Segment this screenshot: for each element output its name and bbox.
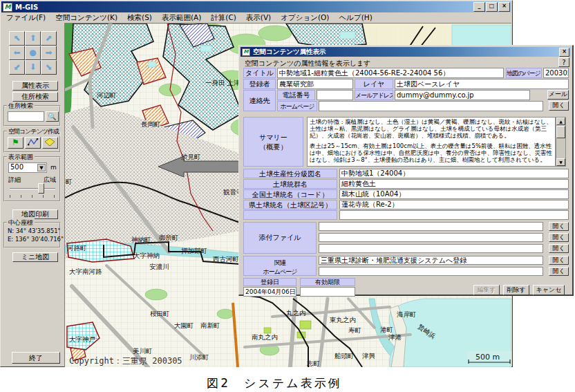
center-coord-e: E: 136° 30'40.716" [8, 235, 64, 244]
range-detail-label: 詳細 [8, 176, 21, 185]
map-label: 東丸之内 [330, 316, 356, 324]
dialog-close-button[interactable]: × [559, 48, 569, 57]
map-print-button[interactable]: 地図印刷 [12, 209, 58, 219]
create-content-group: 空間コンテンツ作成 ⚑ [3, 131, 61, 153]
expiry-label: 有効期限 [300, 278, 355, 286]
attachment-label: 添付ファイル [243, 222, 317, 254]
maximize-button[interactable]: □ [486, 2, 498, 12]
summary-paragraph-2: 表土は25～15cm、有効土層は100cm以上、表土の礫含量は5%前後、耕耘は困… [310, 142, 553, 163]
search-magnifier-icon[interactable]: 🔍 [46, 111, 59, 122]
menu-view[interactable]: 表示(V) [241, 13, 276, 23]
map-copyright: Copyright：三重県 200305 [69, 356, 182, 366]
scroll-down-icon[interactable]: ▼ [556, 158, 565, 166]
create-point-flag-icon[interactable]: ⚑ [8, 137, 23, 149]
menu-spatial-content[interactable]: 空間コンテンツ(K) [50, 13, 122, 23]
summary-text[interactable]: 土壌の特徴：腐植層はなし、土色（湿土）は黄褐／黄褐、礫層はなし、斑紋・結核はなし… [307, 117, 556, 167]
map-label: 大園町 [174, 321, 194, 329]
related-open-button[interactable]: 開く [549, 256, 569, 265]
map-label: 港町 [380, 326, 393, 333]
app-title: M-GIS [15, 3, 38, 11]
map-label: 大字南河路 [69, 268, 102, 275]
scrollbar-thumb[interactable] [556, 126, 565, 138]
scroll-up-icon[interactable]: ▲ [556, 118, 565, 125]
pan-southwest-icon[interactable]: ⬋ [9, 60, 25, 75]
map-label: 丸之内 [286, 309, 306, 317]
attribute-display-button[interactable]: 属性表示 [12, 81, 58, 91]
map-label: 河辺町 [96, 91, 117, 99]
minimap-button[interactable]: ミニ地図 [12, 252, 58, 262]
menu-display-range[interactable]: 表示範囲(A) [157, 13, 206, 23]
soil-row-field: 中勢地域1（24004） [339, 169, 569, 178]
soil-row-label: 県土壌統名（土壌区記号） [243, 200, 337, 209]
menu-bar: ファイル(F) 空間コンテンツ(K) 検索(S) 表示範囲(A) 計算(C) 表… [1, 12, 511, 24]
related-homepage-field: 三重県土壌診断・堆肥流通支援システムへ登録 [319, 256, 543, 265]
pan-northeast-icon[interactable]: ⬈ [41, 31, 57, 46]
soil-row-field: 蓮花寺統（Re-2） [339, 200, 569, 209]
menu-search[interactable]: 検索(S) [122, 13, 157, 23]
map-label: 寿町 [348, 326, 361, 334]
dialog-help-button[interactable]: ? [558, 57, 569, 67]
map-label: 安濃川 [149, 263, 169, 270]
display-range-group-title: 表示範囲 [7, 153, 35, 162]
soil-row-field: 細粒黄色土 [339, 179, 569, 189]
related-open-button[interactable]: 開く [549, 267, 569, 276]
address-search-group-title: 住所検索 [7, 102, 35, 111]
attachment-open-button[interactable]: 開く [549, 233, 569, 242]
edit-button: 編集する [473, 285, 500, 295]
dialog-subtitle: 空間コンテンツの属性情報を表示します [245, 59, 370, 68]
attachment-open-button[interactable]: 開く [549, 244, 569, 253]
pan-west-icon[interactable]: ⬅ [9, 46, 25, 60]
map-label: 海岸町 [397, 310, 417, 318]
soil-row-label [243, 210, 337, 220]
menu-help[interactable]: ヘルプ(H) [334, 13, 377, 23]
create-line-icon[interactable] [25, 137, 41, 149]
pan-north-icon[interactable]: ⬆ [25, 31, 41, 46]
address-search-button[interactable]: 住所検索 [12, 92, 58, 102]
map-label: 渋見町 [181, 153, 201, 160]
minimize-button[interactable]: _ [473, 2, 485, 12]
soil-row-label: 全国土壌統名（コード） [243, 189, 337, 199]
dialog-titlebar[interactable]: M 空間コンテンツ属性表示 × [241, 47, 571, 57]
address-search-input[interactable] [8, 111, 44, 122]
map-label: 大字神納 [133, 252, 160, 259]
menu-calc[interactable]: 計算(C) [206, 13, 241, 23]
attachment-open-button[interactable]: 開く [549, 222, 569, 231]
zoom-slider-ticks [10, 195, 55, 198]
cancel-button[interactable]: キャンセル [533, 285, 565, 295]
map-label: 美川町 [133, 347, 153, 355]
exit-button[interactable]: 終了 [12, 352, 60, 364]
pan-south-icon[interactable]: ⬇ [25, 60, 41, 75]
mail-address-field: dummy@dummy.co.jp [395, 90, 530, 100]
map-version-label: 地図のバージョン [506, 68, 542, 78]
close-button[interactable]: × [498, 2, 510, 12]
range-value: 500 [10, 163, 23, 171]
main-titlebar[interactable]: M M-GIS _ □ × [1, 1, 511, 12]
attribute-dialog: M 空間コンテンツ属性表示 × 空間コンテンツの属性情報を表示します ? タイト… [238, 45, 574, 296]
range-select[interactable]: 500 ▼ [8, 162, 47, 173]
layer-label: レイヤ [355, 79, 393, 89]
related-homepage-label: 関連 ホームページ [243, 256, 317, 276]
polygon-glyph [44, 138, 56, 147]
pan-southeast-icon[interactable]: ⬊ [41, 60, 57, 75]
mail-button[interactable]: メール [547, 90, 569, 100]
chevron-down-icon[interactable]: ▼ [37, 164, 46, 171]
map-version-field: 200305 [543, 68, 569, 78]
registration-date-field: 2004年04月06日 [243, 287, 296, 297]
map-pan-pad: ⬉ ⬆ ⬈ ⬅ ● ➡ ⬋ ⬇ ⬊ [9, 31, 57, 75]
homepage-open-button[interactable]: 開く [549, 101, 569, 111]
summary-label-line1: サマリー [244, 133, 303, 142]
homepage-label: ホームページ [277, 101, 317, 111]
pan-northwest-icon[interactable]: ⬉ [9, 31, 25, 46]
registrant-field: 農業研究部 [277, 79, 353, 89]
menu-file[interactable]: ファイル(F) [1, 13, 50, 23]
map-label: 船頭町 [334, 352, 355, 360]
menu-options[interactable]: オプション(O) [276, 13, 334, 23]
pan-center-icon[interactable]: ● [25, 46, 41, 60]
summary-paragraph-1: 土壌の特徴：腐植層はなし、土色（湿土）は黄褐／黄褐、礫層はなし、斑紋・結核はなし… [310, 118, 553, 139]
summary-scrollbar[interactable]: ▲ ▼ [556, 117, 566, 167]
create-polygon-icon[interactable] [42, 137, 58, 149]
map-label: 桜田町 [150, 310, 170, 317]
zoom-slider-thumb[interactable] [38, 183, 44, 194]
delete-button[interactable]: 削除する [503, 285, 529, 295]
pan-east-icon[interactable]: ➡ [41, 46, 57, 60]
